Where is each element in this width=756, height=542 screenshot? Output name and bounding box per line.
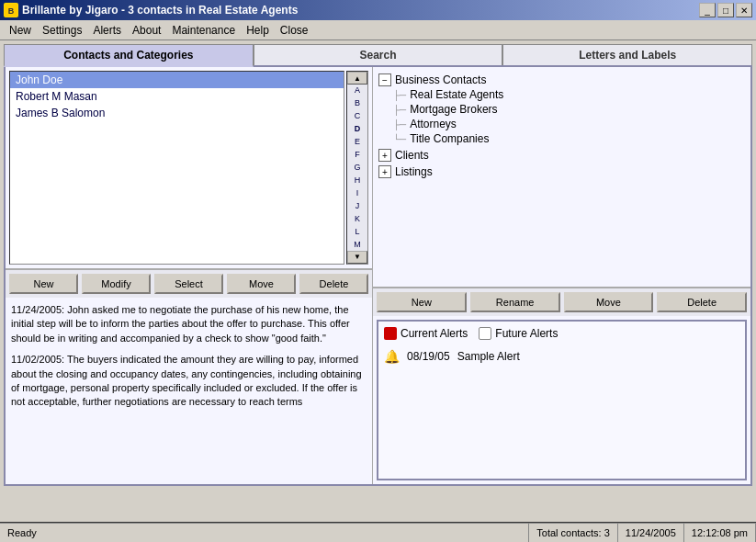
contact-modify-button[interactable]: Modify [82, 274, 151, 294]
left-panel: John Doe Robert M Masan James B Salomon … [6, 67, 373, 484]
contact-buttons: New Modify Select Move Delete [6, 269, 372, 298]
alpha-d[interactable]: D [347, 123, 367, 136]
title-bar: B Brillante by Jigaro - 3 contacts in Re… [0, 0, 756, 20]
status-date: 11/24/2005 [618, 524, 684, 542]
contact-list[interactable]: John Doe Robert M Masan James B Salomon [9, 71, 344, 265]
category-buttons: New Rename Move Delete [373, 288, 750, 316]
menu-maintenance[interactable]: Maintenance [166, 22, 241, 39]
alpha-k[interactable]: K [347, 212, 367, 225]
alpha-j[interactable]: J [347, 199, 367, 212]
tab-letters-labels[interactable]: Letters and Labels [502, 44, 752, 65]
alpha-e[interactable]: E [347, 136, 367, 149]
expand-clients[interactable]: + [378, 149, 391, 162]
contact-select-button[interactable]: Select [154, 274, 223, 294]
window-controls[interactable]: _ □ ✕ [699, 3, 752, 17]
tree-clients-label: Clients [395, 149, 429, 162]
note-1: 11/24/2005: John asked me to negotiate t… [11, 303, 367, 345]
future-alerts-dot [479, 327, 491, 340]
tree-listings-label: Listings [395, 165, 433, 178]
contact-item[interactable]: Robert M Masan [10, 88, 344, 105]
menu-about[interactable]: About [127, 22, 166, 39]
alpha-i[interactable]: I [347, 186, 367, 199]
alerts-header: Current Alerts Future Alerts [384, 327, 739, 340]
future-alerts-legend: Future Alerts [479, 327, 558, 340]
current-alerts-legend: Current Alerts [384, 327, 468, 340]
category-delete-button[interactable]: Delete [657, 292, 747, 312]
tree-item-real-estate[interactable]: ├─ Real Estate Agents [393, 87, 745, 102]
right-panel: − Business Contacts ├─ Real Estate Agent… [373, 67, 750, 484]
tab-bar: Contacts and Categories Search Letters a… [4, 44, 752, 67]
app-icon: B [4, 3, 18, 17]
alpha-h[interactable]: H [347, 174, 367, 186]
tree-item-title-companies[interactable]: └─ Title Companies [393, 131, 745, 146]
contact-delete-button[interactable]: Delete [299, 274, 368, 294]
category-rename-button[interactable]: Rename [470, 292, 560, 312]
tree-root-listings[interactable]: + Listings [378, 164, 745, 179]
alpha-a[interactable]: A [347, 85, 367, 97]
tab-contacts-categories[interactable]: Contacts and Categories [4, 44, 254, 67]
categories-tree: − Business Contacts ├─ Real Estate Agent… [373, 67, 750, 288]
main-window: Contacts and Categories Search Letters a… [0, 40, 756, 522]
alpha-l[interactable]: L [347, 225, 367, 238]
status-ready: Ready [0, 524, 529, 542]
status-time: 12:12:08 pm [684, 524, 756, 542]
alert-text: Sample Alert [457, 350, 520, 363]
window-title: Brillante by Jigaro - 3 contacts in Real… [22, 4, 298, 17]
tree-root-label: Business Contacts [395, 73, 486, 86]
alert-item: 🔔 08/19/05 Sample Alert [384, 347, 739, 366]
note-2: 11/02/2005: The buyers indicated the amo… [11, 353, 367, 410]
menu-help[interactable]: Help [241, 22, 275, 39]
title-bar-left: B Brillante by Jigaro - 3 contacts in Re… [4, 3, 298, 17]
menu-settings[interactable]: Settings [37, 22, 87, 39]
close-button[interactable]: ✕ [736, 3, 752, 17]
current-alerts-label: Current Alerts [401, 327, 468, 340]
category-move-button[interactable]: Move [564, 292, 654, 312]
contact-move-button[interactable]: Move [227, 274, 296, 294]
alpha-f[interactable]: F [347, 149, 367, 162]
tree-item-label: Title Companies [410, 132, 489, 145]
alert-bell-icon: 🔔 [384, 349, 400, 364]
tree-root-clients[interactable]: + Clients [378, 148, 745, 163]
status-total: Total contacts: 3 [529, 524, 618, 542]
alpha-scroll[interactable]: ▲ A B C D E F G H I J K L M ▼ [346, 71, 368, 265]
menu-bar: New Settings Alerts About Maintenance He… [0, 20, 756, 40]
alpha-c[interactable]: C [347, 110, 367, 123]
menu-new[interactable]: New [4, 22, 37, 39]
alpha-g[interactable]: G [347, 162, 367, 175]
notes-area: 11/24/2005: John asked me to negotiate t… [6, 298, 372, 484]
expand-listings[interactable]: + [378, 165, 391, 178]
contact-new-button[interactable]: New [9, 274, 78, 294]
category-new-button[interactable]: New [377, 292, 467, 312]
alpha-m[interactable]: M [347, 238, 367, 251]
tree-item-label: Real Estate Agents [410, 88, 503, 101]
tab-search[interactable]: Search [254, 44, 503, 65]
alert-date: 08/19/05 [407, 350, 450, 363]
tree-item-mortgage[interactable]: ├─ Mortgage Brokers [393, 102, 745, 117]
tree-children: ├─ Real Estate Agents ├─ Mortgage Broker… [393, 87, 745, 146]
tree-item-attorneys[interactable]: ├─ Attorneys [393, 117, 745, 131]
menu-close[interactable]: Close [275, 22, 314, 39]
tree-root-business-contacts[interactable]: − Business Contacts [378, 73, 745, 87]
current-alerts-dot [384, 327, 397, 340]
svg-text:B: B [8, 6, 15, 16]
scroll-up-arrow[interactable]: ▲ [347, 72, 367, 85]
scroll-down-arrow[interactable]: ▼ [347, 251, 367, 264]
tree-item-label: Mortgage Brokers [410, 103, 497, 116]
alpha-b[interactable]: B [347, 97, 367, 110]
contact-list-area: John Doe Robert M Masan James B Salomon … [6, 67, 372, 269]
status-bar: Ready Total contacts: 3 11/24/2005 12:12… [0, 522, 756, 542]
maximize-button[interactable]: □ [717, 3, 734, 17]
expand-business-contacts[interactable]: − [378, 73, 391, 86]
contact-item[interactable]: John Doe [10, 72, 344, 88]
menu-alerts[interactable]: Alerts [87, 22, 127, 39]
minimize-button[interactable]: _ [699, 3, 716, 17]
future-alerts-label: Future Alerts [495, 327, 558, 340]
content-area: John Doe Robert M Masan James B Salomon … [4, 67, 752, 486]
contact-item[interactable]: James B Salomon [10, 105, 344, 121]
alerts-area: Current Alerts Future Alerts 🔔 08/19/05 … [377, 320, 747, 480]
tree-item-label: Attorneys [410, 118, 457, 130]
